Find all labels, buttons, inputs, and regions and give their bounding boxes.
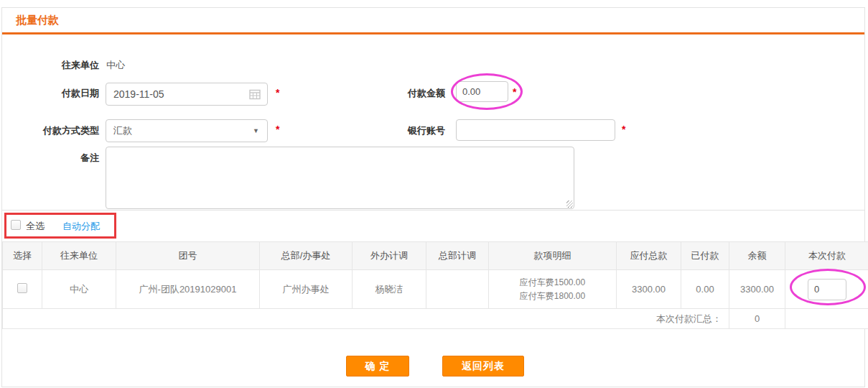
- col-header-out-planner: 外办计调: [353, 242, 426, 270]
- row-current-pay-cell: [785, 270, 868, 309]
- confirm-button[interactable]: 确 定: [346, 356, 409, 377]
- col-header-hq-planner: 总部计调: [426, 242, 489, 270]
- current-pay-input[interactable]: [808, 279, 846, 300]
- remark-label: 备注: [0, 152, 99, 165]
- col-header-current-pay: 本次付款: [785, 242, 868, 270]
- pay-amount-input[interactable]: [456, 81, 508, 102]
- row-office: 广州办事处: [260, 270, 353, 309]
- section-divider: [2, 210, 864, 211]
- col-header-select: 选择: [3, 242, 42, 270]
- row-select-cell: [3, 270, 42, 309]
- col-header-payable-total: 应付总款: [617, 242, 681, 270]
- batch-payment-page: 批量付款 往来单位 中心 付款日期 * 付款金额 * 付款方式类型 汇款 ▼ *…: [0, 0, 868, 388]
- bank-account-input[interactable]: [456, 119, 615, 141]
- row-detail-line: 应付车费1500.00: [489, 276, 616, 290]
- pay-date-required-asterisk: *: [276, 87, 279, 98]
- row-detail: 应付车费1500.00 应付车费1800.00: [489, 270, 617, 309]
- row-partner: 中心: [42, 270, 116, 309]
- select-all-checkbox[interactable]: [11, 220, 21, 230]
- row-group-no: 广州-团队20191029001: [116, 270, 260, 309]
- pay-date-input[interactable]: [106, 83, 268, 106]
- col-header-office: 总部/办事处: [260, 242, 353, 270]
- col-header-detail: 款项明细: [489, 242, 617, 270]
- col-header-balance: 余额: [729, 242, 785, 270]
- auto-allocate-link[interactable]: 自动分配: [62, 220, 100, 233]
- chevron-down-icon: ▼: [253, 120, 259, 142]
- summary-label: 本次付款汇总：: [3, 309, 729, 329]
- payments-table: 选择 往来单位 团号 总部/办事处 外办计调 总部计调 款项明细 应付总款 已付…: [2, 241, 868, 329]
- col-header-group-no: 团号: [116, 242, 260, 270]
- row-checkbox[interactable]: [17, 283, 27, 293]
- select-all-label: 全选: [26, 220, 45, 233]
- calendar-icon[interactable]: [249, 88, 261, 100]
- row-balance: 3300.00: [729, 270, 785, 309]
- pay-method-required-asterisk: *: [276, 124, 279, 135]
- pay-method-select[interactable]: 汇款 ▼: [106, 119, 268, 142]
- remark-textarea[interactable]: [106, 147, 574, 209]
- bank-account-required-asterisk: *: [622, 124, 625, 135]
- pay-amount-label: 付款金额: [345, 87, 445, 100]
- summary-empty-cell: [785, 309, 868, 329]
- pay-amount-required-asterisk: *: [513, 86, 516, 98]
- table-summary-row: 本次付款汇总： 0: [3, 309, 868, 329]
- title-underline: [2, 32, 864, 34]
- col-header-partner: 往来单位: [42, 242, 116, 270]
- summary-value: 0: [729, 309, 785, 329]
- partner-value: 中心: [106, 59, 125, 72]
- table-header-row: 选择 往来单位 团号 总部/办事处 外办计调 总部计调 款项明细 应付总款 已付…: [3, 242, 868, 270]
- pay-date-label: 付款日期: [0, 87, 99, 100]
- page-title: 批量付款: [16, 14, 59, 27]
- bank-account-label: 银行账号: [345, 124, 445, 137]
- row-payable-total: 3300.00: [617, 270, 681, 309]
- pay-method-label: 付款方式类型: [0, 124, 99, 137]
- back-button[interactable]: 返回列表: [442, 356, 524, 377]
- partner-label: 往来单位: [0, 59, 99, 72]
- row-hq-planner: [426, 270, 489, 309]
- pay-method-selected-value: 汇款: [113, 125, 132, 136]
- table-row: 中心 广州-团队20191029001 广州办事处 杨晓洁 应付车费1500.0…: [3, 270, 868, 309]
- row-out-planner: 杨晓洁: [353, 270, 426, 309]
- row-paid: 0.00: [681, 270, 729, 309]
- col-header-paid: 已付款: [681, 242, 729, 270]
- row-detail-line: 应付车费1800.00: [489, 290, 616, 303]
